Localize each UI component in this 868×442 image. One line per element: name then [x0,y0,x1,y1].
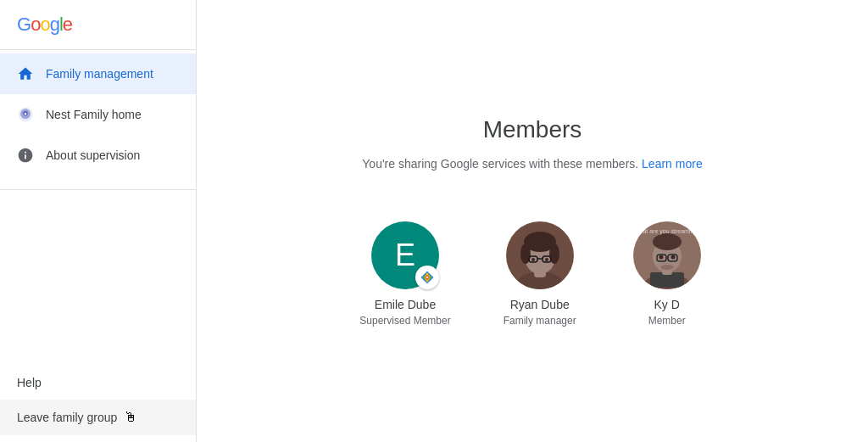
help-label: Help [17,376,42,389]
main-content: Members You're sharing Google services w… [197,0,868,442]
house-icon [17,65,34,82]
sidebar-item-about-supervision[interactable]: About supervision [0,135,196,176]
member-card-ryan[interactable]: Ryan Dube Family manager [502,221,578,327]
logo-g: G [17,14,31,36]
sidebar-item-label-supervision: About supervision [46,148,140,162]
member-card-ky[interactable]: What are you streaming? Ky D Member [629,221,705,327]
leave-family-label: Leave family group [17,411,117,424]
sidebar-link-leave-family[interactable]: Leave family group 🖱 [0,400,196,435]
info-icon [17,147,34,164]
google-logo: Google [17,14,72,36]
svg-text:What are you streaming?: What are you streaming? [634,228,700,235]
svg-point-16 [545,258,548,261]
svg-point-23 [659,255,663,259]
member-card-emile[interactable]: E Emile Dube Supervised Member [359,221,450,327]
svg-point-22 [660,265,674,270]
sidebar-item-family-management[interactable]: Family management [0,53,196,94]
member-role-ryan: Family manager [504,315,576,327]
subtitle-text: You're sharing Google services with thes… [362,157,638,171]
sidebar-item-nest-family-home[interactable]: Nest Family home [0,94,196,135]
sidebar-divider-mid [0,189,196,190]
sidebar-item-label-nest: Nest Family home [46,108,142,121]
cursor-icon: 🖱 [124,410,137,425]
avatar-ky: What are you streaming? [633,221,701,289]
logo-o2: o [40,14,49,36]
members-title: Members [483,116,582,143]
members-grid: E Emile Dube Supervised Member [359,221,704,327]
logo-e: e [63,14,72,36]
google-pay-badge [415,266,439,289]
avatar-ryan [506,221,574,289]
sidebar-link-help[interactable]: Help [0,366,196,400]
svg-point-21 [653,233,682,250]
avatar-container-emile: E [371,221,439,289]
sidebar: Google Family management Ne [0,0,197,442]
sidebar-logo: Google [0,0,196,46]
sidebar-divider-top [0,49,196,50]
learn-more-link[interactable]: Learn more [642,157,703,171]
sidebar-bottom: Help Leave family group 🖱 [0,359,196,442]
sidebar-nav: Family management Nest Family home Ab [0,53,196,176]
member-name-emile: Emile Dube [375,298,436,311]
logo-g2: g [50,14,59,36]
logo-o1: o [31,14,40,36]
avatar-container-ryan [506,221,574,289]
svg-point-24 [670,255,675,259]
nest-icon [17,106,34,123]
member-name-ryan: Ryan Dube [510,298,570,311]
sidebar-item-label-family-management: Family management [46,67,153,81]
members-subtitle: You're sharing Google services with thes… [362,157,702,171]
member-name-ky: Ky D [654,298,680,311]
member-role-ky: Member [648,315,686,327]
svg-point-15 [531,258,535,261]
member-role-emile: Supervised Member [359,315,450,327]
avatar-container-ky: What are you streaming? [633,221,701,289]
